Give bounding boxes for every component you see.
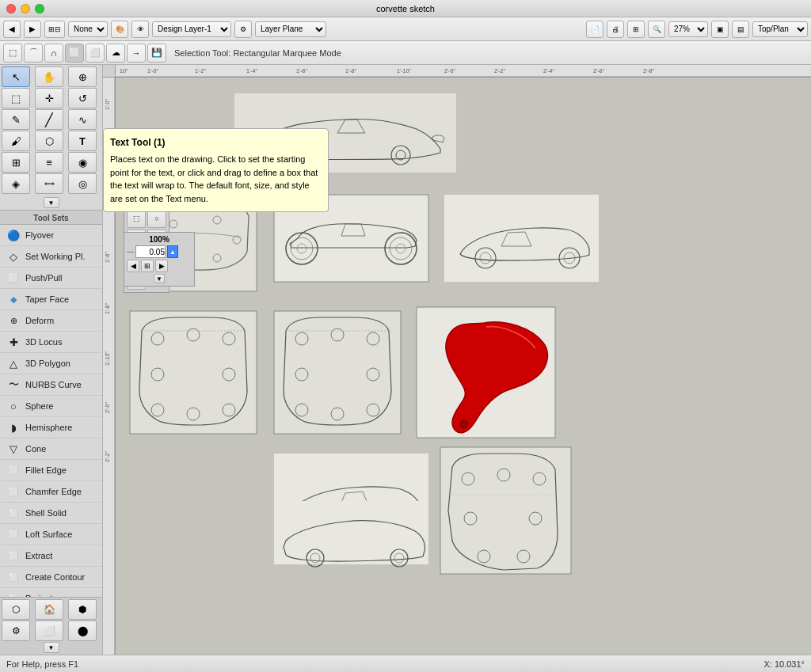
snap-select[interactable]: None (68, 21, 108, 37)
cloud-tool-btn[interactable]: ☁ (106, 44, 125, 63)
tool-hemisphere[interactable]: ◗ Hemisphere (0, 417, 102, 439)
tool-curve[interactable]: ∿ (68, 109, 97, 130)
forward-button[interactable]: ▶ (24, 21, 41, 38)
nav-link2-btn[interactable]: ⊞ (141, 260, 154, 272)
bottom-tool-6[interactable]: ⬤ (68, 621, 97, 641)
tool-attr2[interactable]: ≡ (35, 152, 63, 173)
tool-palette: ↖ ✋ ⊕ ⬚ ✛ ↺ ✎ ╱ ∿ 🖌 ⬡ T ⊞ ≡ ◉ ◈ ⟺ ◎ (0, 65, 102, 210)
arrow-tool-btn[interactable]: → (127, 44, 146, 63)
tool-eye2[interactable]: ◉ (68, 152, 97, 173)
fillet-icon: ⬜ (6, 463, 21, 477)
render2-button[interactable]: ▤ (732, 21, 749, 38)
project-icon: ⬜ (6, 591, 21, 597)
nav-play2-btn[interactable]: ▶ (155, 260, 168, 272)
tool-shell-solid[interactable]: ⬜ Shell Solid (0, 503, 102, 524)
tool-snap2[interactable]: ⊞ (2, 152, 30, 173)
arc-tool-btn[interactable]: ∩ (44, 44, 63, 63)
window-controls[interactable] (6, 4, 44, 13)
tool-create-contour[interactable]: ⬜ Create Contour (0, 567, 102, 588)
tool-line[interactable]: ╱ (35, 109, 63, 130)
3d-locus-icon: ✚ (6, 335, 21, 349)
tool-cone[interactable]: ▽ Cone (0, 439, 102, 460)
tool-set-working-pl[interactable]: ◇ Set Working Pl. (0, 246, 102, 268)
bottom-tool-5[interactable]: ⬜ (35, 621, 63, 641)
tool-move[interactable]: ✛ (35, 88, 63, 108)
nav-prev-btn[interactable]: ◀ (127, 260, 139, 272)
tool-palette-more[interactable]: ▼ (44, 642, 59, 653)
tool-fillet-edge[interactable]: ⬜ Fillet Edge (0, 460, 102, 481)
polyline-tool-btn[interactable]: ⌒ (24, 44, 43, 63)
tool-extract[interactable]: ⬜ Extract (0, 545, 102, 567)
tool-rotate2[interactable]: ↺ (68, 88, 97, 108)
shell-icon: ⬜ (6, 506, 21, 520)
tool-sphere[interactable]: ○ Sphere (0, 396, 102, 417)
fillet-label: Fillet Edge (25, 465, 67, 475)
tooltip-title: Text Tool (1) (110, 135, 322, 150)
select-tool-btn[interactable]: ⬚ (3, 44, 22, 63)
tool-pencil[interactable]: ✎ (2, 109, 30, 130)
tool-deform[interactable]: ⊕ Deform (0, 310, 102, 332)
render-button[interactable]: ▣ (711, 21, 729, 38)
tool-loft-surface[interactable]: ⬜ Loft Surface (0, 524, 102, 545)
svg-text:1'-0": 1'-0" (147, 68, 158, 74)
nurbs-icon: 〜 (6, 378, 21, 392)
layer-settings-button[interactable]: ⚙ (234, 21, 252, 38)
layer-plane-select[interactable]: Layer Plane (255, 21, 326, 37)
create-contour-label: Create Contour (25, 572, 85, 582)
doc-button[interactable]: 📄 (586, 21, 603, 38)
close-button[interactable] (6, 4, 16, 13)
layer-color-button[interactable]: 🎨 (111, 21, 128, 38)
zoom-select[interactable]: 27% (668, 21, 708, 37)
tool-push-pull[interactable]: ⬜ Push/Pull (0, 268, 102, 289)
tool-nurbs-curve[interactable]: 〜 NURBS Curve (0, 374, 102, 396)
svg-text:1'-0": 1'-0" (105, 99, 110, 110)
canvas-area[interactable]: Text Tool (1) Places text on the drawing… (103, 65, 811, 655)
svg-text:2'-4": 2'-4" (543, 68, 554, 74)
minimize-button[interactable] (21, 4, 30, 13)
layer-select[interactable]: Design Layer-1 (152, 21, 231, 37)
left-panel: ↖ ✋ ⊕ ⬚ ✛ ↺ ✎ ╱ ∿ 🖌 ⬡ T ⊞ ≡ ◉ ◈ ⟺ ◎ (0, 65, 103, 655)
svg-rect-78 (440, 447, 571, 574)
view-options-button[interactable]: ⊞⊟ (44, 21, 65, 38)
nav-down-btn[interactable]: ▼ (154, 274, 165, 283)
tool-brush[interactable]: 🖌 (2, 131, 30, 151)
save-btn[interactable]: 💾 (147, 44, 166, 63)
tool-list: 🔵 Flyover ◇ Set Working Pl. ⬜ Push/Pull … (0, 225, 102, 597)
tool-3d-locus[interactable]: ✚ 3D Locus (0, 332, 102, 353)
bottom-tool-4[interactable]: ⚙ (2, 621, 30, 641)
text-tool-btn-bar[interactable]: ⬜ (86, 44, 105, 63)
bottom-tool-2[interactable]: 🏠 (35, 599, 63, 620)
back-button[interactable]: ◀ (3, 21, 21, 38)
polygon-tool-btn[interactable]: ⬜ (65, 44, 84, 63)
view-select[interactable]: Top/Plan (752, 21, 808, 37)
bottom-tool-1[interactable]: ⬡ (2, 599, 30, 620)
svg-rect-41 (444, 195, 599, 282)
3d-locus-label: 3D Locus (25, 337, 62, 347)
tool-chamfer-edge[interactable]: ⬜ Chamfer Edge (0, 481, 102, 503)
tool-dim2[interactable]: ⟺ (35, 173, 63, 194)
extract-label: Extract (25, 551, 52, 560)
maximize-button[interactable] (35, 4, 44, 13)
tool-text[interactable]: T (68, 131, 97, 151)
tool-hand[interactable]: ✋ (35, 66, 63, 87)
print-button[interactable]: 🖨 (607, 21, 624, 38)
thickness-up-btn[interactable]: ▲ (167, 245, 178, 258)
loft-icon: ⬜ (6, 527, 21, 541)
tool-3d-polygon[interactable]: △ 3D Polygon (0, 353, 102, 374)
main-layout: ↖ ✋ ⊕ ⬚ ✛ ↺ ✎ ╱ ∿ 🖌 ⬡ T ⊞ ≡ ◉ ◈ ⟺ ◎ (0, 65, 811, 655)
tool-zoom[interactable]: ⊕ (68, 66, 97, 87)
tool-taper-face[interactable]: ◆ Taper Face (0, 289, 102, 310)
tool-reshape[interactable]: ◈ (2, 173, 30, 194)
tool-arrow[interactable]: ↖ (2, 66, 30, 87)
thickness-input[interactable] (135, 245, 166, 258)
tool-select-rect[interactable]: ⬚ (2, 88, 30, 108)
grid-button[interactable]: ⊞ (627, 21, 645, 38)
layer-vis-button[interactable]: 👁 (131, 21, 149, 38)
tool-poly2[interactable]: ⬡ (35, 131, 63, 151)
tool-flyover[interactable]: 🔵 Flyover (0, 225, 102, 246)
tool-symbol2[interactable]: ◎ (68, 173, 97, 194)
bottom-tool-3[interactable]: ⬢ (68, 599, 97, 620)
tool-project[interactable]: ⬜ Project (0, 588, 102, 597)
tool-more-btn[interactable]: ▼ (44, 197, 59, 208)
zoom-search-button[interactable]: 🔍 (648, 21, 665, 38)
